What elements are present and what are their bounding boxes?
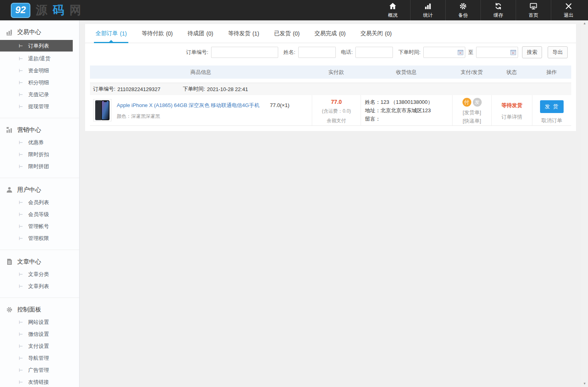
nav-cache[interactable]: 缓存 (480, 0, 516, 20)
sidebar-item[interactable]: ⊢文章列表 (0, 280, 79, 292)
sidebar-item[interactable]: ⊢会员等级 (0, 208, 79, 220)
sidebar-title-label: 用户中心 (17, 186, 41, 194)
order-tab[interactable]: 等待付款(0) (141, 24, 173, 43)
item-prefix-icon: ⊢ (19, 164, 23, 169)
column-header: 实付款 (312, 69, 361, 76)
sidebar-item[interactable]: ⊢微信设置 (0, 328, 79, 340)
nav-backup[interactable]: 备份 (445, 0, 480, 20)
to-label: 至 (468, 49, 473, 56)
receiver-address: 地址：北京北京市东城区123 (365, 106, 452, 115)
item-prefix-icon: ⊢ (19, 152, 23, 157)
ship-button[interactable]: 发 货 (540, 100, 564, 113)
export-button[interactable]: 导出 (548, 46, 568, 58)
item-prefix-icon: ⊢ (19, 68, 23, 73)
nav-logout[interactable]: 退出 (551, 0, 586, 20)
sidebar-item[interactable]: ⊢导航管理 (0, 352, 79, 364)
sidebar-item[interactable]: ⊢支付设置 (0, 340, 79, 352)
order-tab[interactable]: 等待发货(1) (227, 24, 260, 43)
sidebar-item[interactable]: ⊢友情链接 (0, 376, 79, 387)
item-prefix-icon: ⊢ (19, 43, 23, 49)
sidebar-item-label: 管理帐号 (28, 223, 49, 229)
order-no-input[interactable] (211, 47, 278, 58)
product-image[interactable] (93, 99, 112, 121)
sidebar-item-label: 支付设置 (28, 343, 49, 349)
cancel-order-link[interactable]: 取消订单 (532, 117, 571, 124)
sidebar-item-label: 限时折扣 (28, 151, 49, 157)
order-tab[interactable]: 全部订单(1) (95, 24, 128, 43)
order-tab[interactable]: 待成团(0) (187, 24, 214, 43)
name-input[interactable] (298, 47, 336, 58)
nav-statistics-label: 统计 (423, 12, 433, 19)
order-no-filter-label: 订单编号: (186, 49, 209, 56)
calendar-icon[interactable] (510, 50, 516, 55)
search-button[interactable]: 搜索 (522, 46, 542, 58)
sidebar-item[interactable]: ⊢文章分类 (0, 268, 79, 280)
sidebar-section-marketing-center: 营销中心⊢优惠券⊢限时折扣⊢限时拼团 (0, 118, 79, 178)
product-price-qty: 77.0(×1) (270, 99, 289, 121)
paid-badge: 付 (462, 98, 471, 107)
logo: 92 源码网 (11, 2, 86, 18)
item-prefix-icon: ⊢ (19, 379, 23, 385)
user-icon (6, 187, 13, 193)
sidebar-item[interactable]: ⊢会员列表 (0, 196, 79, 208)
sidebar-item[interactable]: ⊢网站设置 (0, 316, 79, 328)
column-header: 收货信息 (361, 69, 452, 76)
sidebar-item[interactable]: ⊢管理权限 (0, 232, 79, 244)
nav-statistics[interactable]: 统计 (410, 0, 445, 20)
date-to-wrap (476, 47, 518, 58)
scroll-down-arrow[interactable]: ▼ (583, 382, 586, 385)
sidebar-title-control-panel[interactable]: 控制面板 (0, 303, 79, 316)
item-prefix-icon: ⊢ (19, 320, 23, 325)
order-tab[interactable]: 已发货(0) (273, 24, 301, 43)
sidebar-title-label: 营销中心 (17, 126, 41, 134)
tab-count: (1) (252, 30, 259, 37)
logo-name: 源码网 (36, 2, 86, 18)
order-tab[interactable]: 交易关闭(0) (360, 24, 393, 43)
sidebar-item[interactable]: ⊢提现管理 (0, 101, 79, 113)
sidebar-title-article-center[interactable]: 文章中心 (0, 255, 79, 268)
sidebar-item[interactable]: ⊢优惠券 (0, 137, 79, 149)
product-title-link[interactable]: Apple iPhone X (A1865) 64GB 深空灰色 移动联通电信4… (117, 102, 259, 109)
nav-overview[interactable]: 概况 (375, 0, 410, 20)
payship-cell: 付 发 [发货单] [快递单] (452, 95, 491, 125)
sidebar-item-label: 退款/退货 (28, 56, 50, 62)
nav-homepage[interactable]: 首页 (516, 0, 551, 20)
delivery-note-link[interactable]: [发货单] (452, 108, 491, 117)
tab-label: 待成团 (187, 30, 204, 37)
sidebar-title-trade-center[interactable]: 交易中心 (0, 25, 79, 39)
tab-label: 等待发货 (228, 30, 250, 37)
marketing-icon (6, 127, 13, 133)
payment-method: 余额支付 (312, 117, 361, 124)
sidebar-title-marketing-center[interactable]: 营销中心 (0, 123, 79, 137)
order-tab[interactable]: 交易完成(0) (314, 24, 347, 43)
scroll-up-arrow[interactable]: ▲ (583, 22, 586, 25)
sidebar-item[interactable]: ⊢充值记录 (0, 89, 79, 101)
sidebar-item[interactable]: ⊢管理帐号 (0, 220, 79, 232)
sidebar-item[interactable]: ⊢积分明细 (0, 77, 79, 89)
item-prefix-icon: ⊢ (19, 343, 23, 349)
express-note-link[interactable]: [快递单] (452, 117, 491, 125)
order-detail-link[interactable]: 订单详情 (492, 113, 532, 121)
table-header: 商品信息实付款收货信息支付/发货状态操作 (90, 65, 571, 79)
item-prefix-icon: ⊢ (19, 272, 23, 277)
panel-gear-icon (6, 306, 13, 313)
calendar-icon[interactable] (458, 50, 463, 55)
product-spec: 颜色：深邃黑深邃黑 (117, 113, 259, 120)
sidebar-item[interactable]: ⊢退款/退货 (0, 53, 79, 65)
sidebar-item[interactable]: ⊢广告管理 (0, 364, 79, 376)
sidebar-section-control-panel: 控制面板⊢网站设置⊢微信设置⊢支付设置⊢导航管理⊢广告管理⊢友情链接 (0, 298, 79, 387)
name-filter-label: 姓名: (283, 49, 295, 56)
scrollbar[interactable]: ▲ ▼ (581, 20, 588, 387)
order-group-header: 订单编号: 211028224129327 下单时间: 2021-10-28 2… (90, 83, 571, 95)
item-prefix-icon: ⊢ (19, 367, 23, 373)
sidebar-item[interactable]: ⊢限时折扣 (0, 149, 79, 161)
sidebar-title-user-center[interactable]: 用户中心 (0, 183, 79, 196)
logo-char: 网 (70, 4, 86, 16)
monitor-icon (529, 2, 538, 10)
sidebar-item[interactable]: ⊢限时拼团 (0, 161, 79, 173)
sidebar-item[interactable]: ⊢订单列表 (0, 40, 73, 52)
sidebar-item-label: 会员等级 (28, 211, 49, 217)
sidebar-item[interactable]: ⊢资金明细 (0, 65, 79, 77)
top-bar: 92 源码网 概况统计备份缓存首页退出 (0, 0, 588, 20)
phone-input[interactable] (355, 47, 393, 58)
